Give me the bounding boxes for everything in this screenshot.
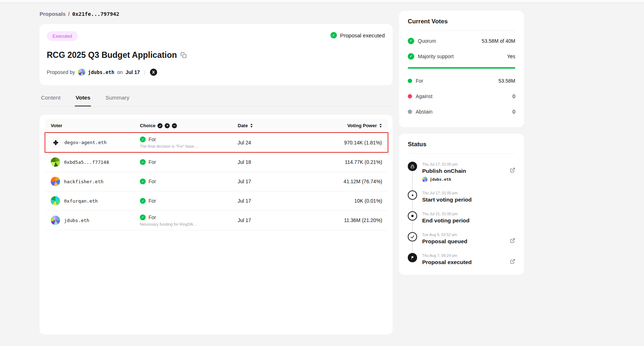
status-card: Status Thu Jul 17, 01:00 pm Publish onCh…: [399, 134, 524, 275]
vote-choice: For: [149, 137, 156, 142]
voting-power-value: 114.77K (0.21%): [307, 152, 388, 172]
voter-link[interactable]: degov-agent.eth: [51, 138, 128, 147]
sidebar: Current Votes ✓ Quorum 53.58M of 40M ✓ M…: [399, 11, 524, 275]
against-value: 0: [512, 93, 515, 99]
timeline-label: Proposal executed: [422, 259, 505, 266]
publish-onchain-icon: [408, 162, 417, 171]
vote-choice: For: [149, 214, 156, 220]
tab-votes[interactable]: Votes: [75, 91, 91, 106]
proposal-title-row: RCG 2025 Q3 Budget Application: [47, 50, 384, 60]
majority-support-row: ✓ Majority support Yes: [408, 49, 515, 64]
vote-date: Jul 17: [232, 172, 307, 191]
proposer-name[interactable]: jdubs.eth: [88, 69, 114, 75]
column-header-date[interactable]: Date: [232, 119, 307, 133]
start-voting-icon: [408, 190, 417, 200]
tab-content[interactable]: Content: [40, 91, 61, 106]
vote-for-icon: ✓: [140, 214, 146, 220]
voting-power-value: 970.14K (1.81%): [307, 133, 388, 152]
vote-for-icon: ✓: [140, 198, 146, 204]
vote-choice: For: [149, 159, 156, 165]
external-link-icon[interactable]: [510, 238, 515, 245]
voting-power-value: 10K (0.01%): [307, 191, 388, 211]
vote-date: Jul 18: [232, 152, 307, 172]
x-twitter-icon[interactable]: X: [150, 69, 157, 76]
breadcrumb: Proposals / 0x21fe...797942: [40, 11, 393, 17]
proposal-queued-icon: [408, 232, 417, 241]
main-column: Proposals / 0x21fe...797942 Executed ✓ P…: [40, 11, 393, 335]
vote-choice: For: [149, 179, 156, 184]
proposer-avatar: [78, 69, 85, 76]
timeline-time: Thu Jul 17, 01:00 pm: [422, 162, 505, 166]
filter-against-icon[interactable]: [165, 123, 170, 128]
proposed-by-label: Proposed by: [47, 69, 75, 75]
vote-reason: Necessary funding for RingDA…: [140, 222, 226, 226]
tab-summary[interactable]: Summary: [105, 91, 130, 106]
voter-link[interactable]: hackfisher.eth: [51, 177, 128, 186]
against-dot-icon: [408, 94, 412, 98]
quorum-row: ✓ Quorum 53.58M of 40M: [408, 33, 515, 49]
timeline-time: Thu Jul 31, 01:00 pm: [422, 212, 515, 216]
majority-check-icon: ✓: [408, 53, 414, 60]
vote-date: Jul 17: [232, 211, 307, 230]
timeline-item-end-voting: Thu Jul 31, 01:00 pm End voting period: [408, 211, 515, 224]
timeline-label: Publish onChain: [422, 168, 505, 174]
avatar: [51, 177, 60, 186]
breadcrumb-proposals-link[interactable]: Proposals: [40, 11, 66, 17]
sort-voting-power-icon[interactable]: [379, 123, 382, 128]
against-tally-row: Against 0: [408, 88, 515, 104]
majority-support-value: Yes: [507, 54, 515, 59]
timeline-time: Tue Aug 5, 03:52 pm: [422, 232, 505, 237]
timeline-label: Proposal queued: [422, 238, 505, 245]
against-label: Against: [416, 93, 433, 99]
filter-abstain-icon[interactable]: [172, 123, 177, 128]
end-voting-icon: [408, 211, 417, 221]
voting-power-value: 11.36M (21.20%): [307, 211, 388, 230]
column-header-voter: Voter: [45, 119, 134, 133]
table-row: 0xfurqan.eth ✓For Jul 17 10K (0.01%): [45, 191, 388, 211]
voter-link[interactable]: 0xbd5a5...f77148: [51, 157, 128, 167]
external-link-icon[interactable]: [510, 167, 515, 174]
check-circle-icon: ✓: [330, 32, 337, 38]
copy-icon[interactable]: [181, 52, 187, 58]
timeline-by-name[interactable]: jdubs.eth: [430, 177, 451, 182]
majority-support-label: Majority support: [418, 54, 454, 59]
proposal-header-card: Executed ✓ Proposal executed RCG 2025 Q3…: [40, 24, 393, 85]
top-header-strip: [0, 0, 644, 3]
avatar: [51, 138, 60, 147]
status-badge: Executed: [47, 31, 78, 41]
vote-reason: The final decision is "For" base…: [140, 144, 226, 148]
voter-link[interactable]: jdubs.eth: [51, 216, 128, 225]
table-row: 0xbd5a5...f77148 ✓For Jul 18 114.77K (0.…: [45, 152, 388, 172]
vote-date: Jul 17: [232, 191, 307, 211]
status-timeline: Thu Jul 17, 01:00 pm Publish onChain jdu…: [408, 162, 515, 266]
filter-for-icon[interactable]: [157, 123, 163, 128]
separator: |: [144, 69, 146, 75]
abstain-dot-icon: [408, 110, 412, 114]
table-row: degov-agent.eth ✓For The final decision …: [45, 133, 388, 152]
current-votes-card: Current Votes ✓ Quorum 53.58M of 40M ✓ M…: [399, 11, 524, 127]
breadcrumb-separator: /: [68, 11, 70, 17]
proposal-executed-text: Proposal executed: [340, 32, 385, 38]
proposed-date: Jul 17: [125, 69, 140, 75]
quorum-value: 53.58M of 40M: [482, 38, 515, 44]
avatar: [51, 157, 60, 167]
proposal-executed-banner: ✓ Proposal executed: [330, 32, 385, 38]
breadcrumb-proposal-id: 0x21fe...797942: [72, 11, 119, 17]
on-label: on: [117, 69, 123, 75]
for-label: For: [416, 78, 423, 84]
for-value: 53.58M: [498, 78, 515, 84]
column-header-voting-power[interactable]: Voting Power: [307, 119, 388, 133]
page-title: RCG 2025 Q3 Budget Application: [47, 50, 177, 60]
avatar: [51, 216, 60, 225]
timeline-label: End voting period: [422, 217, 515, 224]
votes-table: Voter Choice: [45, 119, 388, 230]
vote-for-icon: ✓: [140, 159, 146, 165]
status-title: Status: [408, 141, 515, 154]
external-link-icon[interactable]: [510, 259, 515, 266]
quorum-check-icon: ✓: [408, 38, 414, 44]
voter-link[interactable]: 0xfurqan.eth: [51, 196, 128, 206]
vote-progress-bar: [408, 67, 515, 69]
timeline-label: Start voting period: [422, 197, 515, 203]
voting-power-value: 41.12M (76.74%): [307, 172, 388, 191]
sort-date-icon[interactable]: [250, 123, 253, 128]
